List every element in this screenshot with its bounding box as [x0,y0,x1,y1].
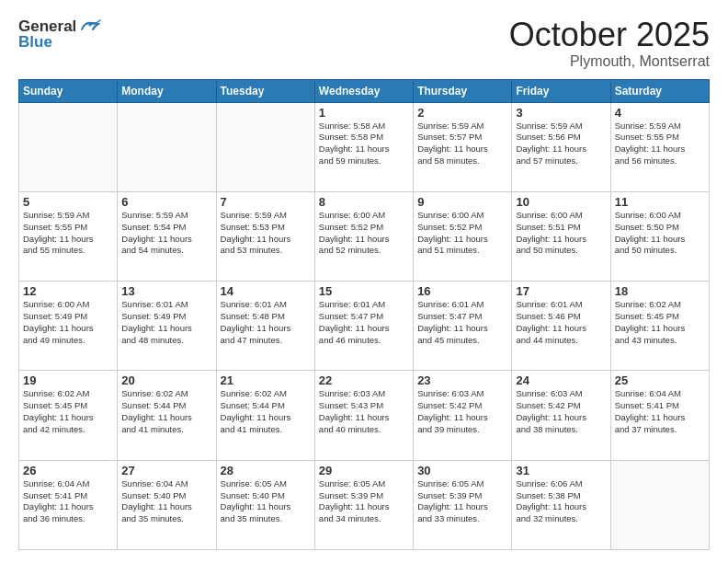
cell-info: Sunrise: 6:01 AM Sunset: 5:49 PM Dayligh… [121,299,211,346]
cell-info: Sunrise: 6:01 AM Sunset: 5:47 PM Dayligh… [417,299,507,346]
cell-info: Sunrise: 6:04 AM Sunset: 5:41 PM Dayligh… [615,388,705,435]
cell-info: Sunrise: 6:01 AM Sunset: 5:47 PM Dayligh… [319,299,409,346]
calendar-cell: 14Sunrise: 6:01 AM Sunset: 5:48 PM Dayli… [216,282,314,371]
cell-info: Sunrise: 5:58 AM Sunset: 5:58 PM Dayligh… [319,121,409,167]
calendar-cell: 11Sunrise: 6:00 AM Sunset: 5:50 PM Dayli… [610,191,709,281]
date-number: 13 [121,284,211,298]
date-number: 27 [121,464,211,477]
cell-info: Sunrise: 6:05 AM Sunset: 5:40 PM Dayligh… [221,478,311,525]
date-number: 29 [319,464,409,477]
calendar-cell [216,102,314,191]
cell-info: Sunrise: 6:01 AM Sunset: 5:48 PM Dayligh… [221,299,311,346]
cell-info: Sunrise: 6:03 AM Sunset: 5:42 PM Dayligh… [516,388,606,435]
date-number: 12 [23,284,113,298]
calendar-subtitle: Plymouth, Montserrat [509,53,710,70]
cell-info: Sunrise: 6:00 AM Sunset: 5:51 PM Dayligh… [516,210,606,257]
cell-info: Sunrise: 6:02 AM Sunset: 5:44 PM Dayligh… [221,388,311,435]
calendar-cell: 13Sunrise: 6:01 AM Sunset: 5:49 PM Dayli… [118,282,216,371]
day-header-friday: Friday [512,79,610,102]
calendar-cell [19,102,118,191]
date-number: 1 [319,106,409,120]
logo: General Blue [18,17,102,52]
cell-info: Sunrise: 6:00 AM Sunset: 5:52 PM Dayligh… [319,210,409,257]
calendar-cell: 25Sunrise: 6:04 AM Sunset: 5:41 PM Dayli… [610,371,709,460]
cell-info: Sunrise: 6:00 AM Sunset: 5:52 PM Dayligh… [417,210,507,257]
day-header-thursday: Thursday [414,79,512,102]
calendar-cell: 4Sunrise: 5:59 AM Sunset: 5:55 PM Daylig… [610,102,709,191]
calendar-cell: 16Sunrise: 6:01 AM Sunset: 5:47 PM Dayli… [414,282,512,371]
cell-info: Sunrise: 5:59 AM Sunset: 5:54 PM Dayligh… [121,210,211,257]
cell-info: Sunrise: 6:03 AM Sunset: 5:43 PM Dayligh… [319,388,409,435]
day-header-saturday: Saturday [610,79,709,102]
date-number: 16 [417,284,507,298]
calendar-cell: 9Sunrise: 6:00 AM Sunset: 5:52 PM Daylig… [414,191,512,281]
day-header-sunday: Sunday [19,79,118,102]
calendar-cell: 31Sunrise: 6:06 AM Sunset: 5:38 PM Dayli… [512,460,610,549]
date-number: 14 [221,284,311,298]
date-number: 3 [516,106,606,120]
cell-info: Sunrise: 6:04 AM Sunset: 5:40 PM Dayligh… [121,478,211,525]
date-number: 9 [417,195,507,209]
date-number: 19 [23,373,113,387]
calendar-cell: 7Sunrise: 5:59 AM Sunset: 5:53 PM Daylig… [216,191,314,281]
cell-info: Sunrise: 6:03 AM Sunset: 5:42 PM Dayligh… [417,388,507,435]
cell-info: Sunrise: 5:59 AM Sunset: 5:55 PM Dayligh… [615,121,705,167]
cell-info: Sunrise: 6:02 AM Sunset: 5:45 PM Dayligh… [23,388,113,435]
header: General Blue October 2025 Plymouth, Mont… [18,17,710,70]
date-number: 8 [319,195,409,209]
cell-info: Sunrise: 6:02 AM Sunset: 5:45 PM Dayligh… [615,299,705,346]
calendar-cell: 19Sunrise: 6:02 AM Sunset: 5:45 PM Dayli… [19,371,118,460]
date-number: 20 [121,373,211,387]
date-number: 10 [516,195,606,209]
page: General Blue October 2025 Plymouth, Mont… [0,0,728,563]
date-number: 11 [615,195,705,209]
date-number: 15 [319,284,409,298]
calendar-week-1: 5Sunrise: 5:59 AM Sunset: 5:55 PM Daylig… [19,191,710,281]
day-header-monday: Monday [118,79,216,102]
logo-blue: Blue [18,33,52,52]
calendar-cell: 17Sunrise: 6:01 AM Sunset: 5:46 PM Dayli… [512,282,610,371]
cell-info: Sunrise: 5:59 AM Sunset: 5:55 PM Dayligh… [23,210,113,257]
date-number: 24 [516,373,606,387]
date-number: 22 [319,373,409,387]
date-number: 26 [23,464,113,477]
calendar-cell: 29Sunrise: 6:05 AM Sunset: 5:39 PM Dayli… [314,460,413,549]
calendar-cell [610,460,709,549]
date-number: 21 [221,373,311,387]
calendar-header-row: SundayMondayTuesdayWednesdayThursdayFrid… [19,79,710,102]
calendar-table: SundayMondayTuesdayWednesdayThursdayFrid… [18,79,710,550]
date-number: 31 [516,464,606,477]
date-number: 6 [121,195,211,209]
calendar-cell: 18Sunrise: 6:02 AM Sunset: 5:45 PM Dayli… [610,282,709,371]
calendar-cell: 5Sunrise: 5:59 AM Sunset: 5:55 PM Daylig… [19,191,118,281]
date-number: 7 [221,195,311,209]
cell-info: Sunrise: 6:02 AM Sunset: 5:44 PM Dayligh… [121,388,211,435]
calendar-cell: 28Sunrise: 6:05 AM Sunset: 5:40 PM Dayli… [216,460,314,549]
calendar-cell: 6Sunrise: 5:59 AM Sunset: 5:54 PM Daylig… [118,191,216,281]
logo-bird-icon [76,17,102,37]
calendar-cell: 27Sunrise: 6:04 AM Sunset: 5:40 PM Dayli… [118,460,216,549]
cell-info: Sunrise: 5:59 AM Sunset: 5:57 PM Dayligh… [417,121,507,167]
calendar-cell: 23Sunrise: 6:03 AM Sunset: 5:42 PM Dayli… [414,371,512,460]
calendar-cell: 22Sunrise: 6:03 AM Sunset: 5:43 PM Dayli… [314,371,413,460]
day-header-wednesday: Wednesday [314,79,413,102]
cell-info: Sunrise: 6:00 AM Sunset: 5:49 PM Dayligh… [23,299,113,346]
day-header-tuesday: Tuesday [216,79,314,102]
calendar-week-3: 19Sunrise: 6:02 AM Sunset: 5:45 PM Dayli… [19,371,710,460]
calendar-cell: 10Sunrise: 6:00 AM Sunset: 5:51 PM Dayli… [512,191,610,281]
date-number: 25 [615,373,705,387]
date-number: 17 [516,284,606,298]
calendar-cell: 15Sunrise: 6:01 AM Sunset: 5:47 PM Dayli… [314,282,413,371]
cell-info: Sunrise: 6:00 AM Sunset: 5:50 PM Dayligh… [615,210,705,257]
calendar-cell: 8Sunrise: 6:00 AM Sunset: 5:52 PM Daylig… [314,191,413,281]
date-number: 5 [23,195,113,209]
calendar-cell: 3Sunrise: 5:59 AM Sunset: 5:56 PM Daylig… [512,102,610,191]
title-block: October 2025 Plymouth, Montserrat [509,17,710,70]
calendar-cell: 20Sunrise: 6:02 AM Sunset: 5:44 PM Dayli… [118,371,216,460]
calendar-cell: 24Sunrise: 6:03 AM Sunset: 5:42 PM Dayli… [512,371,610,460]
cell-info: Sunrise: 6:04 AM Sunset: 5:41 PM Dayligh… [23,478,113,525]
calendar-cell: 26Sunrise: 6:04 AM Sunset: 5:41 PM Dayli… [19,460,118,549]
date-number: 2 [417,106,507,120]
cell-info: Sunrise: 6:01 AM Sunset: 5:46 PM Dayligh… [516,299,606,346]
calendar-week-2: 12Sunrise: 6:00 AM Sunset: 5:49 PM Dayli… [19,282,710,371]
